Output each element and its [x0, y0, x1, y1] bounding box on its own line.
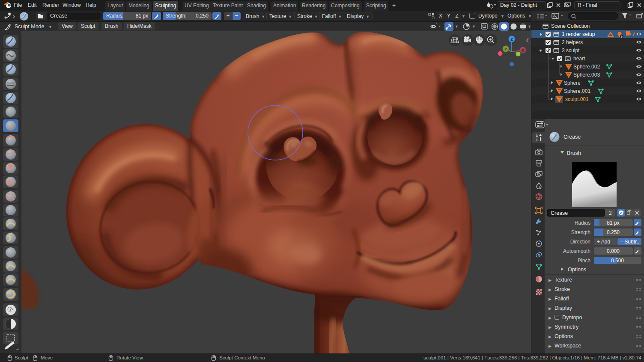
svg-text:Brush: Brush	[567, 150, 581, 156]
svg-text:Sphere.001: Sphere.001	[564, 88, 590, 94]
svg-text:1 render setup: 1 render setup	[562, 31, 595, 37]
svg-text:sculpt.001: sculpt.001	[565, 96, 589, 102]
svg-text:0.250: 0.250	[607, 229, 620, 235]
svg-text:Sphere: Sphere	[564, 80, 581, 86]
svg-text:Autosmooth: Autosmooth	[563, 248, 590, 254]
svg-text:Scene Collection: Scene Collection	[551, 23, 590, 29]
svg-text:X: X	[522, 48, 524, 53]
svg-text:2 helpers: 2 helpers	[562, 39, 583, 45]
svg-text:9: 9	[621, 35, 623, 38]
svg-text:Y: Y	[504, 47, 507, 51]
svg-text:Crease: Crease	[564, 134, 581, 140]
svg-text:0.000: 0.000	[607, 248, 620, 254]
svg-text:+ Add: + Add	[597, 239, 610, 245]
svg-text:2: 2	[609, 210, 612, 216]
svg-text:Sphere.003: Sphere.003	[573, 72, 600, 78]
svg-text:3 sculpt: 3 sculpt	[562, 47, 580, 53]
svg-text:Z: Z	[510, 37, 513, 42]
svg-text:heart: heart	[573, 56, 585, 62]
svg-text:Options: Options	[568, 267, 586, 273]
svg-text:Crease: Crease	[551, 210, 568, 216]
svg-text:0.500: 0.500	[611, 258, 624, 264]
svg-text:Direction: Direction	[570, 239, 590, 245]
svg-text:81 px: 81 px	[607, 220, 619, 226]
svg-text:Sphere.002: Sphere.002	[573, 64, 600, 70]
svg-text:Pinch: Pinch	[578, 258, 590, 264]
svg-text:Strength: Strength	[571, 229, 590, 235]
svg-text:− Subtr..: − Subtr..	[620, 239, 639, 245]
svg-text:Radius: Radius	[575, 220, 590, 226]
